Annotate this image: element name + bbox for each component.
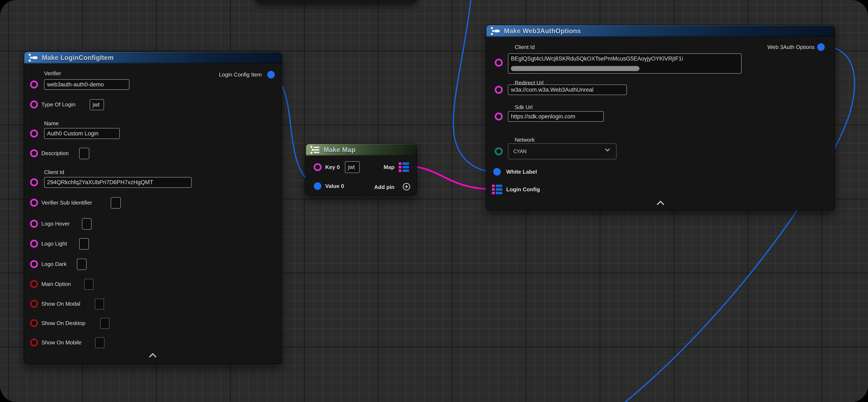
redirect-url-pin[interactable] <box>495 86 503 94</box>
output-pin-label: Web 3Auth Options <box>767 44 815 50</box>
redirect-url-input[interactable]: w3a://com.w3a.Web3AuthUnreal <box>508 85 627 95</box>
node-title: Make Map <box>323 146 355 154</box>
offscreen-node-edge <box>256 0 416 3</box>
sdk-url-value: https://sdk.openlogin.com <box>511 113 575 120</box>
pin-label-logo-light: Logo Light <box>41 240 67 247</box>
show-on-desktop-checkbox[interactable] <box>100 318 110 329</box>
node-make-map: Make Map Key 0 jwt Value 0 Map Add pin <box>305 144 417 195</box>
pin-label-name: Name <box>44 120 59 126</box>
type-of-login-input[interactable]: jwt <box>90 99 104 110</box>
redirect-url-value: w3a://com.w3a.Web3AuthUnreal <box>511 87 593 93</box>
map-make-icon <box>310 145 320 154</box>
key0-value: jwt <box>348 164 355 171</box>
logo-hover-input[interactable] <box>82 218 92 230</box>
verifier-value: web3auth-auth0-demo <box>47 81 104 88</box>
show-on-mobile-checkbox[interactable] <box>95 337 104 348</box>
pin-label-login-config: Login Config <box>506 186 540 193</box>
output-pin-label: Login Config Item <box>219 71 262 78</box>
verifier-sub-identifier-pin[interactable] <box>30 199 38 207</box>
pin-label-map-output: Map <box>383 164 395 170</box>
node-header-make-map[interactable]: Make Map <box>306 144 416 155</box>
pin-label-logo-hover: Logo Hover <box>41 221 69 227</box>
node-make-loginconfigitem: Make LoginConfigItem Login Config Item V… <box>24 52 282 364</box>
pin-label-verifier-sub-identifier: Verifier Sub Identifier <box>41 200 92 206</box>
node-title: Make LoginConfigItem <box>42 54 114 62</box>
node-make-web3authoptions: Make Web3AuthOptions Web 3Auth Options C… <box>486 25 835 210</box>
key0-input[interactable]: jwt <box>345 161 360 173</box>
network-pin[interactable] <box>495 147 503 155</box>
show-on-modal-checkbox[interactable] <box>95 298 104 310</box>
field-label-network: Network <box>515 137 535 143</box>
pin-label-show-on-modal: Show On Modal <box>41 301 80 307</box>
sdk-url-input[interactable]: https://sdk.openlogin.com <box>508 111 604 122</box>
pin-label-description: Description <box>41 150 69 156</box>
field-label-sdk-url: Sdk Url <box>515 104 532 110</box>
pin-label-client-id: Client Id <box>44 169 64 175</box>
pin-label-show-on-desktop: Show On Desktop <box>41 320 86 326</box>
pin-label-logo-dark: Logo Dark <box>41 261 67 267</box>
field-label-client-id: Client Id <box>515 44 535 50</box>
name-pin[interactable] <box>30 130 38 138</box>
collapse-node-chevron-icon[interactable] <box>149 353 156 361</box>
add-pin-label: Add pin <box>374 184 395 190</box>
sdk-url-pin[interactable] <box>495 113 503 120</box>
description-input[interactable] <box>79 148 89 159</box>
network-dropdown[interactable]: CYAN <box>508 143 617 160</box>
show-on-modal-pin[interactable] <box>30 300 38 308</box>
name-input[interactable]: Auth0 Custom Login <box>44 128 120 139</box>
show-on-mobile-pin[interactable] <box>30 339 38 346</box>
show-on-desktop-pin[interactable] <box>30 319 38 327</box>
pin-label-key0: Key 0 <box>325 164 340 170</box>
wire-map-to-loginconfig[interactable] <box>410 167 491 189</box>
type-of-login-pin[interactable] <box>30 100 38 109</box>
struct-make-icon <box>491 27 500 35</box>
logo-dark-input[interactable] <box>77 259 87 270</box>
network-value: CYAN <box>514 149 608 154</box>
node-title: Make Web3AuthOptions <box>504 27 581 35</box>
login-config-pin[interactable] <box>492 184 502 194</box>
add-pin-button[interactable] <box>402 183 410 192</box>
client-id-input[interactable]: BEglQSgt4cUWcj6SKRdu5QkOXTsePmMcusG5EAoy… <box>508 53 742 74</box>
blueprint-graph-canvas[interactable]: Make LoginConfigItem Login Config Item V… <box>0 0 868 402</box>
verifier-sub-identifier-input[interactable] <box>111 197 121 208</box>
logo-light-pin[interactable] <box>30 240 38 248</box>
client-id-pin[interactable] <box>495 59 503 67</box>
description-pin[interactable] <box>30 149 38 157</box>
name-value: Auth0 Custom Login <box>47 131 98 137</box>
pin-label-value0: Value 0 <box>325 183 344 189</box>
struct-make-icon <box>28 53 38 62</box>
pin-label-main-option: Main Option <box>41 281 71 287</box>
node-header-make-loginconfigitem[interactable]: Make LoginConfigItem <box>24 52 282 63</box>
client-id-value: 294QRkchfq2YaXUbPri7D6PH7xzHgQMT <box>47 179 153 185</box>
type-of-login-value: jwt <box>93 102 100 108</box>
main-option-pin[interactable] <box>30 280 38 288</box>
verifier-pin[interactable] <box>30 81 38 88</box>
web3auth-options-output-pin[interactable] <box>817 43 825 51</box>
client-id-pin[interactable] <box>30 178 38 186</box>
client-id-value: BEglQSgt4cUWcj6SKRdu5QkOXTsePmMcusG5EAoy… <box>511 56 683 62</box>
logo-light-input[interactable] <box>79 238 89 250</box>
logo-dark-pin[interactable] <box>30 260 38 268</box>
key0-pin[interactable] <box>314 163 321 171</box>
client-id-scrollbar[interactable] <box>511 66 640 71</box>
white-label-pin[interactable] <box>493 168 501 176</box>
pin-label-white-label: White Label <box>506 169 537 175</box>
node-header-make-web3authoptions[interactable]: Make Web3AuthOptions <box>486 25 835 37</box>
value0-pin[interactable] <box>314 182 321 190</box>
collapse-node-chevron-icon[interactable] <box>657 201 664 208</box>
pin-label-verifier: Verifier <box>44 70 61 77</box>
pin-label-type-of-login: Type Of Login <box>41 101 75 108</box>
login-config-item-output-pin[interactable] <box>267 71 275 79</box>
client-id-input[interactable]: 294QRkchfq2YaXUbPri7D6PH7xzHgQMT <box>44 177 192 188</box>
map-output-pin[interactable] <box>399 162 409 172</box>
pin-label-show-on-mobile: Show On Mobile <box>41 339 82 346</box>
logo-hover-pin[interactable] <box>30 220 38 228</box>
verifier-input[interactable]: web3auth-auth0-demo <box>44 79 129 90</box>
main-option-checkbox[interactable] <box>84 279 93 290</box>
